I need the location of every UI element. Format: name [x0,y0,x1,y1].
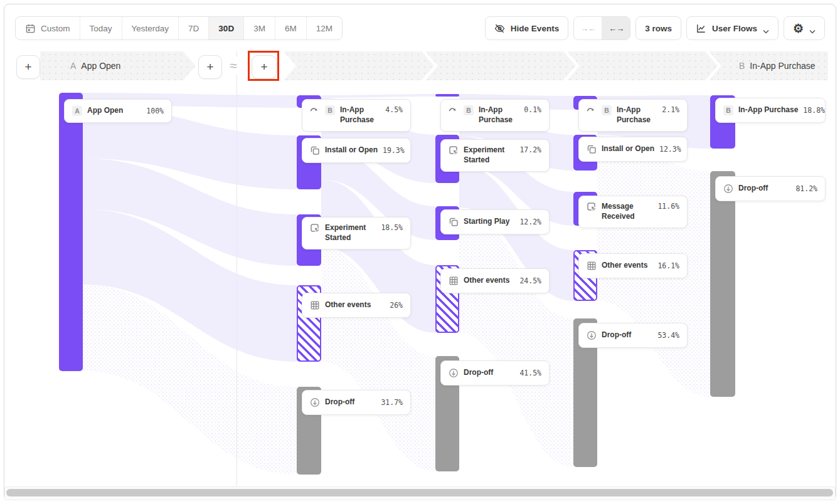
event-label: Message Received [602,202,649,221]
flow-node-install-or-open[interactable]: Install or Open19.3% [302,138,411,163]
date-range-6m[interactable]: 6M [275,17,307,39]
flow-node-drop-off[interactable]: Drop-off81.2% [715,176,826,201]
flow-node-other-events[interactable]: Other events24.5% [440,268,550,293]
date-range-label: 3M [253,24,265,33]
flow-link [321,94,435,98]
gear-icon: ⚙ [793,23,804,34]
step-header-end[interactable]: B In-App Purchase [709,51,828,80]
event-label: Install or Open [325,145,378,155]
event-percentage: 0.1% [524,105,541,114]
date-range-7d[interactable]: 7D [179,17,209,39]
settings-button[interactable]: ⚙ [784,16,825,40]
flow-node-experiment-started[interactable]: Experiment Started17.2% [440,139,550,172]
date-range-group: CustomTodayYesterday7D30D3M6M12M [15,16,343,40]
step-header-start-label: A App Open [40,61,120,71]
rows-label: 3 rows [645,24,672,33]
step-badge: A [70,61,76,71]
flow-bar-drop-off[interactable] [710,171,735,397]
event-percentage: 53.4% [657,331,679,340]
date-range-label: 6M [285,24,297,33]
add-step-after-start-button[interactable]: + [198,55,222,79]
event-label: In-App Purchase [479,105,519,125]
step-header-start[interactable]: A App Open [40,51,196,80]
flow-node-install-or-open[interactable]: Install or Open12.3% [578,137,688,162]
flow-node-other-events[interactable]: Other events16.1% [578,253,688,278]
flow-node-starting-play[interactable]: Starting Play12.2% [440,209,550,234]
toolbar-right-group: Hide Events →← ←→ 3 rows User Flows [485,16,825,40]
event-percentage: 18.8% [803,106,825,115]
eye-off-icon [494,23,505,34]
event-badge: A [72,106,82,116]
calendar-icon [25,23,36,34]
event-badge: B [723,105,733,115]
event-percentage: 16.1% [657,261,679,270]
date-range-30d[interactable]: 30D [209,17,244,39]
date-range-3m[interactable]: 3M [244,17,275,39]
event-percentage: 100% [146,107,164,115]
hide-events-button[interactable]: Hide Events [485,16,568,40]
event-label: Drop-off [325,397,354,407]
expand-width-button[interactable]: ←→ [602,17,630,39]
click-icon [449,145,459,155]
date-range-12m[interactable]: 12M [307,17,342,39]
flow-node-in-app-purchase[interactable]: BIn-App Purchase4.5% [302,99,411,132]
step-header-3 [425,51,576,80]
chevron-down-icon [809,26,816,31]
flow-node-drop-off[interactable]: Drop-off41.5% [440,360,550,386]
event-label: Drop-off [464,368,493,378]
date-range-yesterday[interactable]: Yesterday [122,17,179,39]
rows-button[interactable]: 3 rows [635,16,681,40]
event-label: Other events [602,261,647,271]
toolbar: CustomTodayYesterday7D30D3M6M12M Hide Ev… [15,16,825,41]
grid-icon [449,276,459,286]
flow-node-app-open[interactable]: AApp Open100% [64,99,172,123]
event-percentage: 18.5% [381,223,403,232]
user-flows-app: CustomTodayYesterday7D30D3M6M12M Hide Ev… [0,0,840,504]
view-selector-button[interactable]: User Flows [686,16,779,40]
flow-node-experiment-started[interactable]: Experiment Started18.5% [302,217,411,249]
step-header-end-label: B In-App Purchase [709,61,816,71]
flow-arrow-icon [310,105,320,115]
step-header-4 [567,51,718,80]
flow-arrow-icon [587,105,597,115]
flow-node-in-app-purchase[interactable]: BIn-App Purchase2.1% [578,99,688,132]
date-range-label: 30D [218,24,234,33]
event-label: App Open [87,106,123,116]
flow-node-message-received[interactable]: Message Received11.6% [578,196,688,228]
horizontal-scrollbar-track[interactable] [4,486,836,500]
date-range-label: 12M [316,24,332,33]
flow-node-other-events[interactable]: Other events26% [302,293,411,318]
flow-node-in-app-purchase[interactable]: BIn-App Purchase18.8% [715,98,826,123]
flow-node-in-app-purchase[interactable]: BIn-App Purchase0.1% [440,99,550,132]
click-icon [587,202,597,212]
event-badge: B [464,105,474,115]
grid-icon [310,300,320,310]
dropoff-icon [449,368,459,378]
horizontal-scrollbar-thumb[interactable] [6,489,833,496]
step-label: App Open [81,61,120,71]
flow-bar-app-open[interactable] [59,93,83,371]
event-label: In-App Purchase [617,105,657,125]
date-range-custom[interactable]: Custom [16,17,80,39]
date-range-label: Custom [41,24,70,33]
add-step-before-button[interactable]: + [16,55,40,79]
chevron-down-icon [763,26,769,31]
event-percentage: 12.3% [659,145,681,154]
dropoff-icon [587,330,597,340]
flow-node-drop-off[interactable]: Drop-off31.7% [302,390,411,415]
step-header-2 [284,51,434,80]
event-label: In-App Purchase [738,105,798,115]
collapse-width-button[interactable]: →← [574,17,602,39]
event-percentage: 41.5% [519,369,541,377]
flow-bar-in-app-purchase[interactable] [435,94,459,97]
flow-arrow-icon [449,105,459,115]
approx-symbol: ≈ [225,56,242,75]
event-label: Install or Open [602,144,654,154]
date-range-label: Yesterday [132,24,169,33]
dropoff-icon [310,397,320,407]
view-selector-label: User Flows [712,24,757,33]
event-percentage: 17.2% [519,145,541,154]
flow-node-drop-off[interactable]: Drop-off53.4% [578,323,688,348]
event-percentage: 24.5% [519,276,541,285]
date-range-today[interactable]: Today [80,17,122,39]
